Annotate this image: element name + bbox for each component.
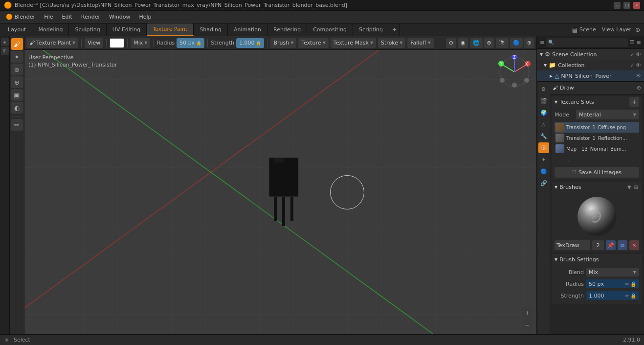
menu-render[interactable]: Render <box>77 13 104 21</box>
view-layer-label[interactable]: View Layer <box>602 26 631 33</box>
collection-item[interactable]: ▼ 📁 Collection ✓ 👁 <box>537 60 644 70</box>
falloff-dropdown[interactable]: Falloff ▼ <box>407 38 434 48</box>
texture-slot-2[interactable]: Transistor_1_Reflection... <box>555 133 639 143</box>
texture-dropdown[interactable]: Texture ▼ <box>298 38 328 48</box>
texture-slots-header[interactable]: ▼ Texture Slots + <box>552 96 642 107</box>
menu-file[interactable]: File <box>40 13 57 21</box>
filter-icon[interactable]: ☰ <box>630 39 635 46</box>
viewport-gizmo[interactable]: 🔭 <box>496 38 509 48</box>
radius-edit-btn[interactable]: ✏ <box>625 281 629 287</box>
brush-name-field[interactable]: TexDraw <box>555 240 590 250</box>
tab-shading[interactable]: Shading <box>194 23 228 36</box>
props-modifiers[interactable]: 🔧 <box>538 131 549 141</box>
blend-mode-btn[interactable]: Mix ▼ <box>131 38 150 48</box>
scene-collection-check[interactable]: ✓ <box>630 51 635 58</box>
viewport-shade-render[interactable]: 🌐 <box>470 38 483 48</box>
radius-field[interactable]: 50 px 🔒 <box>177 38 204 48</box>
save-all-images-button[interactable]: ☐ Save All Images <box>555 167 639 178</box>
props-scene[interactable]: 🎬 <box>538 95 549 106</box>
maximize-button[interactable]: □ <box>623 2 630 9</box>
strength-prop-field[interactable]: 1.000 ✏ 🔒 <box>586 291 639 300</box>
outliner-settings-icon[interactable]: ≡ <box>637 39 641 46</box>
tab-animation[interactable]: Animation <box>228 23 267 36</box>
viewport-shade-solid[interactable]: ⊙ <box>446 38 456 48</box>
brushes-header[interactable]: ▼ Brushes ▼ ⊞ <box>552 182 642 192</box>
tab-scripting[interactable]: Scripting <box>353 23 389 36</box>
color-swatch[interactable] <box>110 38 124 48</box>
menu-help[interactable]: Help <box>135 13 155 21</box>
texture-slots-add[interactable]: + <box>629 97 639 107</box>
mode-arrow: ▼ <box>633 113 636 117</box>
stroke-dropdown[interactable]: Stroke ▼ <box>378 38 405 48</box>
brush-delete-button[interactable]: ✕ <box>629 240 639 250</box>
far-left-btn-2[interactable]: ⊞ <box>1 47 9 55</box>
props-header-settings[interactable]: ⊕ <box>637 85 641 91</box>
tab-modeling[interactable]: Modeling <box>32 23 69 36</box>
viewport-proportional[interactable]: ⊕ <box>524 38 534 48</box>
zoom-in-btn[interactable]: + <box>522 307 533 318</box>
blend-field[interactable]: Mix ▼ <box>586 268 639 276</box>
tab-sculpting[interactable]: Sculpting <box>69 23 106 36</box>
tab-rendering[interactable]: Rendering <box>267 23 307 36</box>
props-active-tools[interactable]: ⚙ <box>538 84 549 94</box>
object-item[interactable]: ▶ △ NPN_Silicon_Power_ 👁 <box>537 70 644 81</box>
brushes-collapse-btn[interactable]: ▼ <box>626 184 632 190</box>
tool-annotate[interactable]: ✏ <box>11 119 23 131</box>
menu-blender[interactable]: 🟠 Blender <box>2 13 39 21</box>
minimize-button[interactable]: ─ <box>614 2 621 9</box>
viewport-mode-btn[interactable]: 🖌 Texture Paint ▼ <box>26 38 78 48</box>
outliner-search[interactable]: 🔍 <box>546 38 628 47</box>
close-button[interactable]: ✕ <box>633 2 640 9</box>
viewport-shade-material[interactable]: ◉ <box>458 38 468 48</box>
menu-window[interactable]: Window <box>105 13 134 21</box>
tool-texdraw[interactable]: 🖌 <box>11 38 23 50</box>
strength-lock-btn[interactable]: 🔒 <box>630 293 636 299</box>
far-left-btn-1[interactable]: ◈ <box>1 38 9 46</box>
menu-edit[interactable]: Edit <box>58 13 76 21</box>
tool-fill[interactable]: ▣ <box>11 89 23 101</box>
texture-slot-3[interactable]: Map__13_Normal_Bum... <box>555 143 639 154</box>
object-eye[interactable]: 👁 <box>636 73 641 79</box>
viewport-overlay[interactable]: ⊕ <box>484 38 494 48</box>
props-object[interactable]: △ <box>538 119 549 130</box>
viewport-area: 🖌 Texture Paint ▼ View Mix ▼ Radius 50 p… <box>24 36 536 334</box>
tab-uv-editing[interactable]: UV Editing <box>107 23 147 36</box>
tool-smear[interactable]: ⊛ <box>11 64 23 75</box>
viewport-snap[interactable]: 🔵 <box>510 38 523 48</box>
props-material[interactable]: 🎨 <box>538 142 549 153</box>
scene-collection-item[interactable]: ▼ ⚙ Scene Collection ✓ 👁 <box>537 49 644 60</box>
texture-slot-extra[interactable]: ... <box>555 154 639 165</box>
texture-mask-dropdown[interactable]: Texture Mask ▼ <box>331 38 376 48</box>
viewport-canvas[interactable]: User Perspective (1) NPN_Silicon_Power_T… <box>24 50 536 334</box>
scene-collection-eye[interactable]: 👁 <box>636 51 641 58</box>
tab-texture-paint[interactable]: Texture Paint <box>147 23 194 36</box>
navigation-gizmo[interactable]: X Y Z <box>497 55 532 89</box>
brush-pin-button[interactable]: 📌 <box>606 240 616 250</box>
collection-eye[interactable]: 👁 <box>636 62 641 69</box>
props-world[interactable]: 🌍 <box>538 107 549 118</box>
texture-slot-1[interactable]: Transistor_1_Diffuse.png <box>555 122 639 133</box>
radius-lock-btn[interactable]: 🔒 <box>630 281 636 287</box>
tool-mask[interactable]: ◐ <box>11 102 23 114</box>
props-particles[interactable]: ✦ <box>538 154 549 165</box>
tool-clone[interactable]: ⊕ <box>11 76 23 88</box>
tool-soften[interactable]: ✦ <box>11 51 23 63</box>
brush-dropdown[interactable]: Brush ▼ <box>270 38 296 48</box>
strength-field[interactable]: 1.000 🔒 <box>236 38 265 48</box>
strength-edit-btn[interactable]: ✏ <box>625 293 629 299</box>
tab-add[interactable]: + <box>389 23 400 36</box>
props-constraints[interactable]: 🔗 <box>538 178 549 188</box>
scene-label[interactable]: Scene <box>579 26 596 33</box>
view-btn[interactable]: View <box>85 38 103 48</box>
window-title: Blender* [C:\Users\a y\Desktop\NPN_Silic… <box>15 2 347 8</box>
zoom-out-btn[interactable]: − <box>522 320 533 330</box>
tab-compositing[interactable]: Compositing <box>307 23 353 36</box>
brushes-extra-btn[interactable]: ⊞ <box>633 184 639 190</box>
tab-layout[interactable]: Layout <box>2 23 32 36</box>
radius-prop-field[interactable]: 50 px ✏ 🔒 <box>586 279 639 288</box>
brush-settings-header[interactable]: ▼ Brush Settings <box>552 254 642 265</box>
props-physics[interactable]: 🔵 <box>538 166 549 177</box>
mode-select[interactable]: Material ▼ <box>576 110 639 119</box>
collection-check[interactable]: ✓ <box>630 62 635 69</box>
brush-copy-button[interactable]: ⧉ <box>618 240 627 250</box>
